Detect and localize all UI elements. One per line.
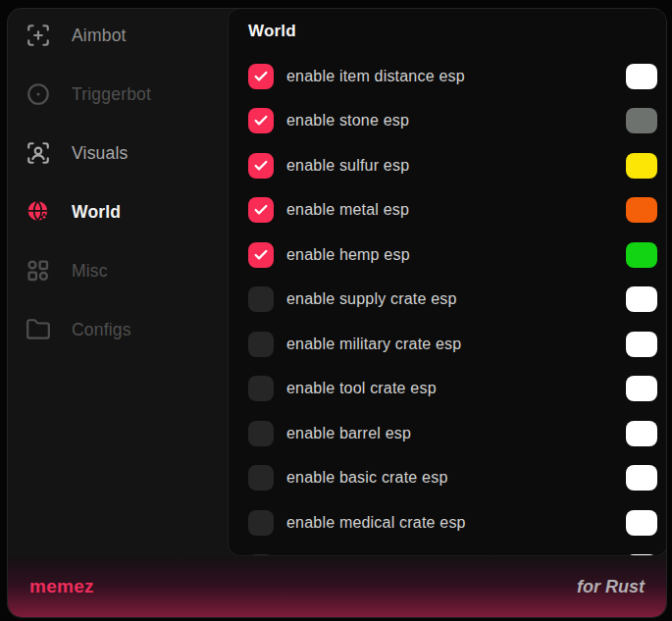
esp-setting-label: enable item distance esp [286,68,626,85]
esp-checkbox[interactable] [248,554,274,555]
sidebar-item-aimbot[interactable]: Aimbot [25,14,229,57]
shapes-grid-icon [25,257,52,285]
checkmark-icon [253,247,269,263]
esp-setting-row: enable sulfur esp [229,143,666,188]
esp-setting-label: enable metal esp [286,201,626,219]
esp-setting-label: enable medical crate esp [286,514,626,532]
esp-checkbox[interactable] [248,376,274,401]
globe-icon [25,198,52,226]
sidebar-item-label: Aimbot [72,26,127,46]
esp-checkbox[interactable] [248,332,274,357]
sidebar-item-configs[interactable]: Configs [25,308,229,351]
sidebar-item-label: Triggerbot [72,84,151,105]
esp-setting-row: enable item distance esp [229,54,666,99]
esp-checkbox[interactable] [248,286,274,312]
esp-color-swatch[interactable] [626,64,657,89]
sidebar-item-label: Misc [72,261,108,282]
esp-setting-row: enable basic crate esp [229,456,666,501]
checkmark-icon [253,158,269,174]
esp-color-swatch[interactable] [626,554,657,555]
footer-bar: memez for Rust [8,556,666,617]
esp-checkbox[interactable] [248,108,274,133]
brand-suffix: for Rust [577,577,645,597]
esp-setting-label: enable basic crate esp [286,469,626,487]
circle-dot-icon [25,80,52,108]
esp-color-swatch[interactable] [626,153,657,179]
settings-list: enable item distance esp enable stone es… [229,54,666,555]
esp-setting-label: enable stone esp [286,112,626,129]
checkmark-icon [253,113,269,129]
esp-checkbox[interactable] [248,465,274,491]
page-title: World [248,22,296,41]
cheat-menu-window: Aimbot Triggerbot Visuals World Misc Con… [8,9,666,617]
user-scan-icon [25,139,52,167]
esp-setting-label: enable supply crate esp [286,290,626,308]
sidebar-item-triggerbot[interactable]: Triggerbot [25,73,229,116]
esp-checkbox[interactable] [248,510,274,536]
esp-checkbox[interactable] [248,64,274,89]
esp-setting-row: enable barrel esp [229,411,666,456]
esp-color-swatch[interactable] [626,421,657,446]
esp-setting-row: enable supply crate esp [229,278,666,323]
sidebar-item-world[interactable]: World [25,190,229,233]
esp-color-swatch[interactable] [626,510,657,536]
crosshair-scan-icon [25,22,52,49]
esp-setting-row: enable hemp esp [229,233,666,278]
esp-setting-row [229,545,666,556]
sidebar-item-misc[interactable]: Misc [25,249,229,292]
esp-setting-row: enable metal esp [229,188,666,233]
checkmark-icon [253,202,269,218]
esp-setting-label: enable barrel esp [286,425,626,442]
world-panel: World enable item distance esp enable st… [229,9,666,555]
sidebar-item-visuals[interactable]: Visuals [25,131,229,175]
esp-setting-label: enable hemp esp [286,246,626,264]
folder-icon [25,316,52,343]
esp-setting-row: enable stone esp [229,99,666,144]
esp-setting-label: enable sulfur esp [286,157,626,175]
esp-color-swatch[interactable] [626,465,657,491]
esp-setting-row: enable tool crate esp [229,367,666,412]
sidebar-item-label: Configs [72,320,131,340]
esp-color-swatch[interactable] [626,197,657,223]
sidebar-item-label: Visuals [72,143,129,164]
esp-checkbox[interactable] [248,197,274,223]
esp-checkbox[interactable] [248,153,274,179]
esp-color-swatch[interactable] [626,242,657,268]
esp-color-swatch[interactable] [626,108,657,133]
esp-checkbox[interactable] [248,421,274,446]
esp-setting-row: enable medical crate esp [229,500,666,545]
esp-setting-label: enable tool crate esp [286,380,626,397]
checkmark-icon [253,69,269,84]
sidebar: Aimbot Triggerbot Visuals World Misc Con… [8,9,229,556]
esp-setting-row: enable military crate esp [229,322,666,367]
esp-color-swatch[interactable] [626,332,657,357]
esp-checkbox[interactable] [248,242,274,268]
sidebar-item-label: World [72,202,121,223]
esp-color-swatch[interactable] [626,286,657,312]
brand-logo: memez [29,576,94,597]
esp-color-swatch[interactable] [626,376,657,401]
esp-setting-label: enable military crate esp [286,336,626,353]
